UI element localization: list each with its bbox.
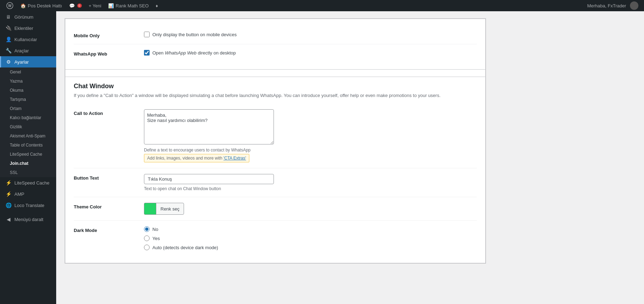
site-icon: 🏠 [20, 3, 26, 8]
sidebar-item-eklentiler[interactable]: 🔌 Eklentiler [0, 22, 56, 34]
sidebar-item-loco[interactable]: 🌐 Loco Translate [0, 200, 56, 211]
mobile-only-control: Only display the button on mobile device… [144, 32, 477, 37]
comment-icon: 💬 [69, 3, 75, 8]
sidebar-collapse[interactable]: ◀ Menüyü daralt [0, 214, 56, 225]
sidebar-item-label: LiteSpeed Cache [14, 180, 50, 186]
main-content: Mobile Only Only display the button on m… [56, 11, 644, 304]
cta-textarea[interactable]: Merhaba, Size nasıl yardımcı olabilirim? [144, 109, 274, 144]
cta-label: Call to Action [74, 109, 144, 116]
dark-mode-control: No Yes Auto (detects device dark mode) [144, 226, 477, 250]
button-text-control: Text to open chat on Chat Window button [144, 174, 477, 191]
collapse-label: Menüyü daralt [14, 217, 43, 222]
collapse-icon: ◀ [5, 216, 12, 222]
whatsapp-web-checkbox[interactable] [144, 50, 150, 56]
submenu-gizlilik[interactable]: Gizlilik [0, 122, 56, 131]
diamond-item[interactable]: ♦ [152, 0, 162, 11]
ayarlar-submenu: Genel Yazma Okuma Tartışma Ortam Kalıcı … [0, 67, 56, 177]
mobile-only-section: Mobile Only Only display the button on m… [65, 19, 486, 69]
submenu-ssl[interactable]: SSL [0, 168, 56, 177]
sidebar-item-label: AMP [14, 192, 24, 197]
button-text-label: Button Text [74, 174, 144, 181]
mobile-only-label: Mobile Only [74, 32, 144, 38]
cta-helper-text: Define a text to encourage users to cont… [144, 148, 477, 153]
sidebar-item-label: Eklentiler [14, 26, 33, 31]
submenu-litespeed[interactable]: LiteSpeed Cache [0, 150, 56, 159]
dark-mode-yes-radio[interactable] [144, 235, 150, 241]
kullanicilar-icon: 👤 [5, 37, 12, 42]
dark-mode-auto-radio[interactable] [144, 245, 150, 250]
theme-color-row: Theme Color Renk seç [74, 197, 477, 221]
user-avatar [630, 1, 638, 10]
chat-window-description: If you define a "Call to Action" a windo… [74, 93, 477, 98]
dark-mode-row: Dark Mode No Yes [74, 221, 477, 256]
whatsapp-web-control: Open WhatsApp Web directly on desktop [144, 50, 477, 56]
sidebar-item-label: Görünum [14, 14, 33, 20]
ayarlar-icon: ⚙ [5, 59, 12, 65]
rank-math-icon: 📊 [108, 3, 114, 8]
cta-extras-link[interactable]: 'CTA Extras' [223, 156, 246, 161]
new-label: + Yeni [89, 3, 101, 8]
dark-mode-no-radio[interactable] [144, 226, 150, 232]
whatsapp-web-label: WhatsApp Web [74, 50, 144, 57]
cta-row: Call to Action Merhaba, Size nasıl yardı… [74, 104, 477, 168]
button-text-input[interactable] [144, 174, 274, 184]
mobile-only-row: Mobile Only Only display the button on m… [74, 26, 477, 44]
submenu-toc[interactable]: Table of Contents [0, 141, 56, 150]
dark-mode-no-label: No [152, 227, 158, 232]
dark-mode-auto-row: Auto (detects device dark mode) [144, 245, 477, 250]
mobile-only-checkbox[interactable] [144, 32, 150, 37]
mobile-only-description: Only display the button on mobile device… [152, 32, 237, 37]
submenu-okuma[interactable]: Okuma [0, 86, 56, 95]
loco-icon: 🌐 [5, 202, 12, 208]
sidebar-item-ayarlar[interactable]: ⚙ Ayarlar [0, 56, 56, 67]
sidebar-item-kullanicilar[interactable]: 👤 Kullanıcılar [0, 34, 56, 45]
submenu-tartisma[interactable]: Tartışma [0, 95, 56, 104]
sidebar-item-label: Araçlar [14, 48, 29, 53]
button-text-row: Button Text Text to open chat on Chat Wi… [74, 168, 477, 197]
sidebar-item-amp[interactable]: ⚡ AMP [0, 188, 56, 200]
sidebar-item-gorunum[interactable]: 🖥 Görünum [0, 11, 56, 22]
section-separator [65, 77, 485, 77]
dark-mode-yes-label: Yes [152, 236, 160, 241]
submenu-ortam[interactable]: Ortam [0, 104, 56, 113]
sidebar-item-araclar[interactable]: 🔧 Araçlar [0, 45, 56, 56]
cta-extras-pre: Add links, images, videos and more with [147, 156, 223, 161]
amp-icon: ⚡ [5, 191, 12, 197]
sidebar-item-litespeed-cache[interactable]: ⚡ LiteSpeed Cache [0, 177, 56, 188]
chat-window-heading: Chat Window [74, 83, 477, 90]
submenu-yazma[interactable]: Yazma [0, 77, 56, 86]
wp-logo-item[interactable]: W [3, 0, 17, 11]
chat-window-section: Chat Window If you define a "Call to Act… [65, 69, 486, 263]
whatsapp-web-row: WhatsApp Web Open WhatsApp Web directly … [74, 44, 477, 62]
site-name: Pos Destek Hattı [28, 3, 62, 8]
submenu-akismet[interactable]: Akismet Anti-Spam [0, 131, 56, 141]
submenu-genel[interactable]: Genel [0, 67, 56, 77]
site-name-item[interactable]: 🏠 Pos Destek Hattı [17, 0, 66, 11]
eklentiler-icon: 🔌 [5, 25, 12, 31]
litespeed-icon: ⚡ [5, 180, 12, 186]
color-pick-button[interactable]: Renk seç [156, 203, 184, 215]
new-item[interactable]: + Yeni [85, 0, 105, 11]
dark-mode-label: Dark Mode [74, 226, 144, 233]
svg-text:W: W [8, 4, 12, 8]
admin-bar: W 🏠 Pos Destek Hattı 💬 0 + Yeni 📊 Rank M… [0, 0, 644, 11]
submenu-joinchat[interactable]: Join.chat [0, 159, 56, 168]
cta-extras-notice: Add links, images, videos and more with … [144, 154, 249, 162]
user-greeting: Merhaba, FxTrader [587, 3, 626, 8]
gorunum-icon: 🖥 [5, 14, 12, 20]
theme-color-label: Theme Color [74, 203, 144, 209]
comments-item[interactable]: 💬 0 [66, 0, 85, 11]
dark-mode-no-row: No [144, 226, 477, 232]
diamond-icon: ♦ [156, 3, 158, 8]
button-text-helper: Text to open chat on Chat Window button [144, 186, 477, 191]
sidebar-item-label: Kullanıcılar [14, 37, 37, 42]
araclar-icon: 🔧 [5, 48, 12, 53]
color-swatch[interactable] [144, 203, 156, 215]
rank-math-item[interactable]: 📊 Rank Math SEO [105, 0, 152, 11]
submenu-kalici[interactable]: Kalıcı bağlantılar [0, 113, 56, 122]
theme-color-control: Renk seç [144, 203, 477, 215]
rank-math-label: Rank Math SEO [116, 3, 149, 8]
comment-count: 0 [77, 4, 82, 8]
sidebar-item-label: Ayarlar [14, 59, 29, 65]
whatsapp-web-description: Open WhatsApp Web directly on desktop [152, 50, 236, 56]
